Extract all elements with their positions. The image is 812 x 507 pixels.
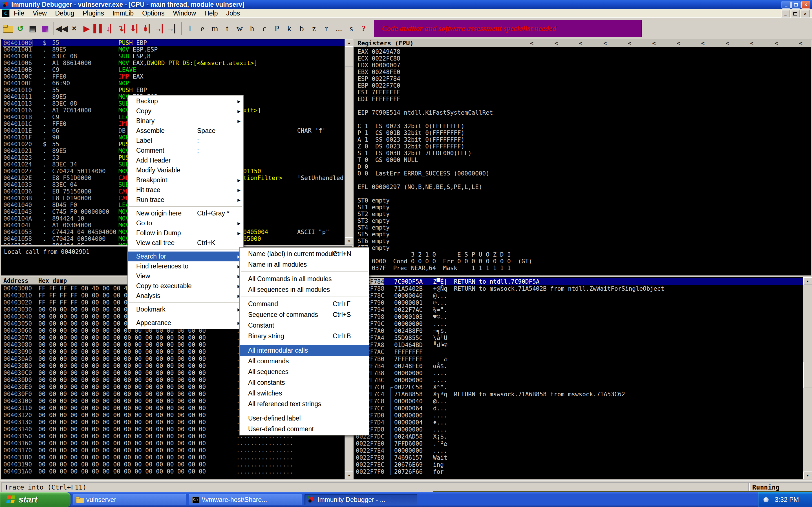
dump-row[interactable]: 0040319000 00 00 00 00 00 00 00 00 00 00… xyxy=(1,461,345,468)
context-menu-item-backup[interactable]: Backup▶ xyxy=(128,96,243,106)
dump-row[interactable]: 0040318000 00 00 00 00 00 00 00 00 00 00… xyxy=(1,454,345,461)
submenu-item-constant[interactable]: Constant xyxy=(240,320,369,331)
stack-row[interactable]: 0022F7C8│00000040@... xyxy=(354,398,803,405)
submenu-item-binary-string[interactable]: Binary stringCtrl+B xyxy=(240,331,369,341)
register-line[interactable]: ST0 empty xyxy=(357,197,390,204)
menu-item-jobs[interactable]: Jobs xyxy=(222,10,245,17)
submenu-item-all-sequences[interactable]: All sequences xyxy=(240,367,369,377)
log-window-button[interactable]: ▤ xyxy=(27,22,39,35)
context-menu-item-breakpoint[interactable]: Breakpoint▶ xyxy=(128,175,243,185)
toolbar-letter-z[interactable]: z xyxy=(308,22,320,35)
context-menu-item-analysis[interactable]: Analysis▶ xyxy=(128,291,243,301)
register-line[interactable]: S 1 FS 003B 32bit 7FFDF000(FFF) xyxy=(357,150,472,157)
animate-over-button[interactable]: ↡▏ xyxy=(143,22,154,35)
tray-icon[interactable] xyxy=(763,497,769,502)
taskbar-task-bug[interactable]: Immunity Debugger - ... xyxy=(305,494,417,505)
context-menu-item-view-call-tree[interactable]: View call treeCtrl+K xyxy=(128,238,243,248)
register-line[interactable]: Z 0 DS 0023 32bit 0(FFFFFFFF) xyxy=(357,143,464,150)
toolbar-letter-P[interactable]: P xyxy=(271,22,283,35)
submenu-item-name-in-all-modules[interactable]: Name in all modules xyxy=(240,259,369,270)
disasm-row[interactable]: 00401001.89E5MOV EBP,ESP xyxy=(1,46,345,53)
register-line[interactable]: ST5 empty xyxy=(357,231,390,238)
step-back-button[interactable]: ◀◀ xyxy=(56,22,68,35)
child-minimize-icon[interactable]: _ xyxy=(781,10,790,18)
run-button[interactable]: ▶ xyxy=(81,22,93,35)
stack-row[interactable]: 0022F7EC│20676E69ing xyxy=(354,461,803,468)
context-menu-item-copy-to-executable[interactable]: Copy to executable▶ xyxy=(128,281,243,291)
disasm-row[interactable]: 00401003.83EC 08SUB ESP,8 xyxy=(1,53,345,60)
register-line[interactable]: P 1 CS 001B 32bit 0(FFFFFFFF) xyxy=(357,129,464,136)
context-menu-item-add-header[interactable]: Add Header xyxy=(128,156,243,165)
toolbar-letter-h[interactable]: h xyxy=(246,22,258,35)
scroll-up-icon[interactable]: ▲ xyxy=(345,39,353,47)
stack-row[interactable]: 0022F7B400248FE0αÅ$. xyxy=(354,363,803,370)
stack-row[interactable]: 0022F7ACFFFFFFFF xyxy=(354,349,803,356)
menu-item-options[interactable]: Options xyxy=(138,10,168,17)
context-menu-item-view[interactable]: View▶ xyxy=(128,271,243,281)
scroll-down-icon[interactable]: ▼ xyxy=(803,471,812,480)
dump-row[interactable]: 0040317000 00 00 00 00 00 00 00 00 00 00… xyxy=(1,447,345,454)
submenu-item-all-switches[interactable]: All switches xyxy=(240,388,369,399)
stack-row[interactable]: 0022F7CC│00000064d... xyxy=(354,405,803,412)
register-line[interactable]: EDI FFFFFFFF xyxy=(357,96,400,103)
context-menu-item-go-to[interactable]: Go to▶ xyxy=(128,218,243,228)
register-line[interactable]: ST6 empty xyxy=(357,238,390,244)
disasm-row[interactable]: 0040100E.66:90NOP xyxy=(1,80,345,87)
scroll-down-icon[interactable]: ▼ xyxy=(345,237,353,245)
toolbar-letter-dots[interactable]: ... xyxy=(333,22,345,35)
stack-row[interactable]: 0022F7E8│74696157Wait xyxy=(354,454,803,461)
stack-row[interactable]: 0022F7C4│71A6B858X╕ªqRETURN to mswsock.7… xyxy=(354,391,803,398)
register-line[interactable]: C 1 ES 0023 32bit 0(FFFFFFFF) xyxy=(357,123,464,129)
stop-button[interactable]: × xyxy=(68,22,80,35)
register-line[interactable]: ST1 empty xyxy=(357,204,390,211)
stack-row[interactable]: 0022F7940022F7AC¼≈". xyxy=(354,306,803,314)
register-line[interactable]: EBP 0022F7C0 xyxy=(357,82,400,89)
scroll-up-icon[interactable]: ▲ xyxy=(803,277,812,285)
disasm-row[interactable]: 0040100B.C9LEAVE xyxy=(1,66,345,73)
context-menu-item-hit-trace[interactable]: Hit trace▶ xyxy=(128,185,243,195)
register-line[interactable]: EDX 00000007 xyxy=(357,62,400,69)
register-line[interactable]: EFL 00000297 (NO,B,NE,BE,S,PE,L,LE) xyxy=(357,184,483,190)
register-line[interactable]: D 0 xyxy=(357,163,368,170)
toolbar-letter-k[interactable]: k xyxy=(283,22,296,35)
dump-row[interactable]: 004031A000 00 00 00 00 00 00 00 00 00 00… xyxy=(1,468,345,475)
register-line[interactable]: O 0 LastErr ERROR_SUCCESS (00000000) xyxy=(357,170,490,177)
register-line[interactable]: 3 2 1 0 E S P U O Z D I xyxy=(357,251,511,258)
minimize-icon[interactable]: _ xyxy=(781,1,791,9)
submenu-item-all-intermodular-calls[interactable]: All intermodular calls xyxy=(240,345,369,356)
context-menu-item-follow-in-dump[interactable]: Follow in Dump▶ xyxy=(128,228,243,238)
taskbar-task-cmd[interactable]: C:\\\vmware-host\Share... xyxy=(189,494,302,505)
context-menu-item-assemble[interactable]: AssembleSpace xyxy=(128,126,243,136)
submenu-item-all-referenced-text-strings[interactable]: All referenced text strings xyxy=(240,399,369,409)
submenu-item-all-constants[interactable]: All constants xyxy=(240,377,369,388)
context-menu-item-new-origin-here[interactable]: New origin hereCtrl+Gray * xyxy=(128,209,243,218)
toolbar-letter-e[interactable]: e xyxy=(196,22,209,35)
stack-row[interactable]: 0022F7BC00000000.... xyxy=(354,377,803,384)
stack-row[interactable]: 0022F78C00000040@... xyxy=(354,292,803,299)
restore-icon[interactable] xyxy=(792,1,801,9)
child-close-icon[interactable]: × xyxy=(801,10,810,18)
menu-item-immlib[interactable]: ImmLib xyxy=(108,10,138,17)
dump-row[interactable]: 0040316000 00 00 00 00 00 00 00 00 00 00… xyxy=(1,440,345,447)
menu-item-window[interactable]: Window xyxy=(168,10,200,17)
submenu-item-name-label-in-current-module[interactable]: Name (label) in current moduleCtrl+N xyxy=(240,248,369,259)
toolbar-letter-help[interactable]: ? xyxy=(357,22,370,35)
context-menu-item-appearance[interactable]: Appearance▶ xyxy=(128,318,243,328)
step-over-button[interactable]: ↴▏ xyxy=(118,22,130,35)
registers-pane[interactable]: EAX 00249A78ECX 0022FC88EDX 00000007EBX … xyxy=(354,47,811,276)
menu-item-view[interactable]: View xyxy=(29,10,51,17)
stack-row[interactable]: 0022F7847C90DF5AZ▀É|RETURN to ntdll.7C90… xyxy=(354,278,803,285)
register-line[interactable]: FST 0000 Cond 0 0 0 0 Err 0 0 0 0 0 0 0 … xyxy=(357,258,532,265)
stack-row[interactable]: 0022F79C00000000.... xyxy=(354,321,803,328)
child-restore-icon[interactable] xyxy=(791,10,800,18)
stack-row[interactable]: 0022F7DC│0024AD58X¡$. xyxy=(354,433,803,440)
stack-row[interactable]: 0022F79800000103♥☺.. xyxy=(354,314,803,321)
stack-row[interactable]: 0022F7F0│20726F66for xyxy=(354,468,803,475)
stack-row[interactable]: 0022F7A00024B8F0≡╕$. xyxy=(354,328,803,335)
animate-into-button[interactable]: ⇓▏ xyxy=(130,22,142,35)
disasm-row[interactable]: 00401006.A1 88614000MOV EAX,DWORD PTR DS… xyxy=(1,60,345,66)
disasm-row[interactable]: 00401010.55PUSH EBP xyxy=(1,87,345,94)
submenu-item-all-commands-in-all-modules[interactable]: All Commands in all modules xyxy=(240,274,369,284)
toolbar-letter-r[interactable]: r xyxy=(320,22,333,35)
step-into-button[interactable]: ↓▏ xyxy=(105,22,117,35)
